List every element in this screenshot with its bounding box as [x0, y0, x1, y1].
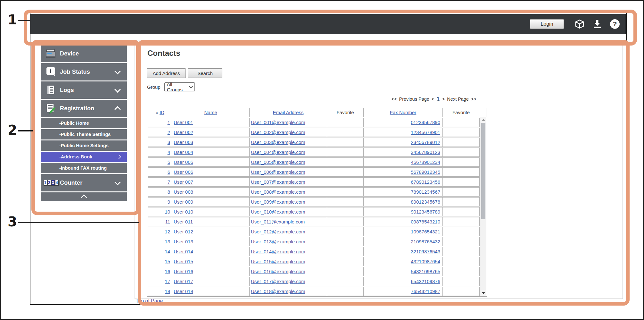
- cube-icon[interactable]: [574, 19, 585, 29]
- id-link[interactable]: 7: [168, 179, 170, 185]
- id-link[interactable]: 10: [165, 209, 170, 215]
- name-link[interactable]: User 014: [174, 249, 193, 254]
- fax-link[interactable]: 45678901234: [411, 159, 440, 165]
- id-link[interactable]: 5: [168, 159, 170, 165]
- email-link[interactable]: User_016@example.com: [251, 269, 305, 274]
- id-link[interactable]: 4: [168, 149, 170, 155]
- email-link[interactable]: User_012@example.com: [251, 229, 305, 234]
- id-link[interactable]: 16: [165, 269, 170, 274]
- group-select[interactable]: All Groups: [164, 82, 195, 91]
- email-link[interactable]: User_010@example.com: [251, 209, 305, 215]
- name-link[interactable]: User 015: [174, 259, 193, 264]
- email-link[interactable]: User_013@example.com: [251, 239, 305, 244]
- login-button[interactable]: Login: [530, 19, 564, 29]
- fax-link[interactable]: 89012345678: [411, 199, 440, 205]
- fax-link[interactable]: 21098765432: [411, 239, 440, 244]
- sidebar-item-logs[interactable]: Logs: [41, 81, 127, 99]
- name-link[interactable]: User 010: [174, 209, 193, 215]
- sidebar-collapse-button[interactable]: [41, 192, 127, 201]
- id-link[interactable]: 12: [165, 229, 170, 234]
- id-link[interactable]: 8: [168, 189, 170, 195]
- email-link[interactable]: User_018@example.com: [251, 289, 305, 294]
- column-header-fax[interactable]: Fax Number: [364, 108, 443, 117]
- page-left-symbol[interactable]: <: [432, 97, 434, 102]
- email-link[interactable]: User_003@example.com: [251, 139, 305, 145]
- id-link[interactable]: 15: [165, 259, 170, 264]
- name-link[interactable]: User 011: [174, 219, 193, 224]
- search-button[interactable]: Search: [188, 68, 222, 78]
- name-link[interactable]: User 001: [174, 120, 193, 125]
- scroll-up-button[interactable]: [480, 117, 486, 122]
- email-link[interactable]: User_005@example.com: [251, 159, 305, 165]
- email-link[interactable]: User_004@example.com: [251, 149, 305, 155]
- fax-link[interactable]: 23456789012: [411, 139, 440, 145]
- fax-link[interactable]: 78901234567: [411, 189, 440, 195]
- fax-link[interactable]: 54321098765: [411, 269, 440, 274]
- sidebar-item-public-theme-settings[interactable]: -Public Theme Settings: [41, 129, 127, 139]
- fax-link[interactable]: 12345678901: [411, 130, 440, 135]
- fax-link[interactable]: 43210987654: [411, 259, 440, 264]
- id-link[interactable]: 11: [165, 219, 170, 224]
- scrollbar-thumb[interactable]: [481, 123, 485, 219]
- id-link[interactable]: 3: [168, 139, 170, 145]
- fax-link[interactable]: 01234567890: [411, 120, 440, 125]
- email-link[interactable]: User_014@example.com: [251, 249, 305, 254]
- table-scrollbar[interactable]: [480, 117, 486, 296]
- sidebar-item-inbound-fax-routing[interactable]: -Inbound FAX routing: [41, 163, 127, 173]
- email-link[interactable]: User_011@example.com: [251, 219, 305, 224]
- name-link[interactable]: User 018: [174, 289, 193, 294]
- top-of-page-link[interactable]: Top of Page: [136, 298, 163, 304]
- fax-link[interactable]: 09876543210: [411, 219, 440, 224]
- email-link[interactable]: User_007@example.com: [251, 179, 305, 185]
- name-link[interactable]: User 006: [174, 169, 193, 175]
- id-link[interactable]: 6: [168, 169, 170, 175]
- fax-link[interactable]: 65432109876: [411, 279, 440, 284]
- column-header-name[interactable]: Name: [172, 108, 250, 117]
- id-link[interactable]: 1: [168, 120, 170, 125]
- fax-link[interactable]: 76543210987: [411, 289, 440, 294]
- download-icon[interactable]: [592, 19, 602, 29]
- name-link[interactable]: User 009: [174, 199, 193, 205]
- email-link[interactable]: User_006@example.com: [251, 169, 305, 175]
- sidebar-item-address-book[interactable]: -Address Book: [41, 152, 127, 162]
- sidebar-item-job-status[interactable]: i Job Status: [41, 63, 127, 80]
- name-link[interactable]: User 016: [174, 269, 193, 274]
- name-link[interactable]: User 005: [174, 159, 193, 165]
- name-link[interactable]: User 017: [174, 279, 193, 284]
- column-header-email[interactable]: Email Address: [250, 108, 327, 117]
- email-link[interactable]: User_017@example.com: [251, 279, 305, 284]
- prev-page-link[interactable]: Previous Page: [399, 97, 429, 102]
- name-link[interactable]: User 002: [174, 130, 193, 135]
- id-link[interactable]: 13: [165, 239, 170, 244]
- id-link[interactable]: 2: [168, 130, 170, 135]
- id-link[interactable]: 17: [165, 279, 170, 284]
- fax-link[interactable]: 10987654321: [411, 229, 440, 234]
- fax-link[interactable]: 67890123456: [411, 179, 440, 185]
- page-right-symbol[interactable]: >: [442, 97, 445, 102]
- email-link[interactable]: User_015@example.com: [251, 259, 305, 264]
- email-link[interactable]: User_008@example.com: [251, 189, 305, 195]
- id-link[interactable]: 18: [165, 289, 170, 294]
- next-page-link[interactable]: Next Page: [447, 97, 469, 102]
- fax-link[interactable]: 56789012345: [411, 169, 440, 175]
- id-link[interactable]: 9: [168, 199, 170, 205]
- id-link[interactable]: 14: [165, 249, 170, 254]
- name-link[interactable]: User 008: [174, 189, 193, 195]
- sidebar-item-public-home-settings[interactable]: -Public Home Settings: [41, 140, 127, 151]
- scroll-down-button[interactable]: [480, 290, 486, 296]
- name-link[interactable]: User 004: [174, 149, 193, 155]
- column-header-id[interactable]: ▲ ID: [148, 108, 172, 117]
- sidebar-item-public-home[interactable]: -Public Home: [41, 118, 127, 128]
- prev-page-symbol[interactable]: <<: [392, 97, 397, 102]
- email-link[interactable]: User_009@example.com: [251, 199, 305, 205]
- fax-link[interactable]: 32109876543: [411, 249, 440, 254]
- add-address-button[interactable]: Add Address: [147, 68, 186, 78]
- name-link[interactable]: User 012: [174, 229, 193, 234]
- fax-link[interactable]: 34567890123: [411, 149, 440, 155]
- email-link[interactable]: User_001@example.com: [251, 120, 305, 125]
- name-link[interactable]: User 003: [174, 139, 193, 145]
- sidebar-item-counter[interactable]: 1234 Counter: [41, 174, 127, 191]
- fax-link[interactable]: 90123456789: [411, 209, 440, 215]
- next-page-symbol[interactable]: >>: [471, 97, 476, 102]
- column-header-id-link[interactable]: ID: [160, 110, 164, 115]
